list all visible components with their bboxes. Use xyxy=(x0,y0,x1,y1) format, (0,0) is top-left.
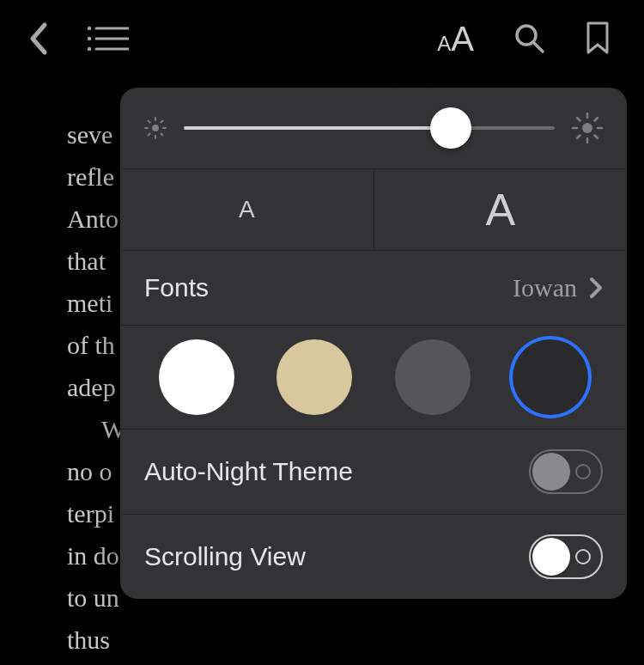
svg-line-25 xyxy=(595,118,598,121)
auto-night-row: Auto-Night Theme xyxy=(120,429,627,514)
font-size-row: A A xyxy=(120,168,627,250)
increase-font-button[interactable]: A xyxy=(374,169,628,250)
theme-white[interactable] xyxy=(159,339,234,415)
back-icon[interactable] xyxy=(27,21,48,56)
scrolling-view-toggle[interactable] xyxy=(529,534,603,579)
auto-night-toggle[interactable] xyxy=(529,449,603,494)
search-icon[interactable] xyxy=(513,22,546,55)
theme-black[interactable] xyxy=(513,339,588,415)
fonts-label: Fonts xyxy=(144,273,209,302)
decrease-font-button[interactable]: A xyxy=(120,169,374,250)
scrolling-view-row: Scrolling View xyxy=(120,514,627,599)
brightness-slider[interactable] xyxy=(184,111,555,145)
top-toolbar: AA xyxy=(0,0,644,77)
fonts-row[interactable]: Fonts Iowan xyxy=(120,250,627,325)
theme-row xyxy=(120,325,627,429)
svg-line-7 xyxy=(534,43,543,52)
brightness-low-icon xyxy=(144,117,167,139)
appearance-icon[interactable]: AA xyxy=(437,20,474,58)
svg-line-23 xyxy=(595,136,598,139)
scrolling-view-label: Scrolling View xyxy=(144,542,306,571)
auto-night-label: Auto-Night Theme xyxy=(144,457,353,486)
svg-point-6 xyxy=(517,26,536,45)
bookmark-icon[interactable] xyxy=(586,21,610,56)
svg-line-13 xyxy=(149,121,150,123)
chevron-right-icon xyxy=(589,277,603,299)
table-of-contents-icon[interactable] xyxy=(86,24,129,53)
svg-point-2 xyxy=(88,37,91,40)
brightness-row xyxy=(120,88,627,168)
brightness-high-icon xyxy=(572,113,603,143)
svg-point-0 xyxy=(88,27,91,30)
svg-line-16 xyxy=(161,121,162,123)
svg-point-8 xyxy=(152,125,159,131)
svg-line-22 xyxy=(577,118,580,121)
svg-line-14 xyxy=(161,133,162,135)
svg-line-15 xyxy=(149,133,150,135)
appearance-popover: A A Fonts Iowan Auto-Night Theme Scrolli… xyxy=(120,88,627,599)
svg-point-17 xyxy=(582,123,592,133)
svg-line-24 xyxy=(577,136,580,139)
fonts-value: Iowan xyxy=(513,273,577,302)
theme-gray[interactable] xyxy=(395,339,471,415)
theme-sepia[interactable] xyxy=(276,339,352,415)
svg-point-4 xyxy=(88,47,91,51)
